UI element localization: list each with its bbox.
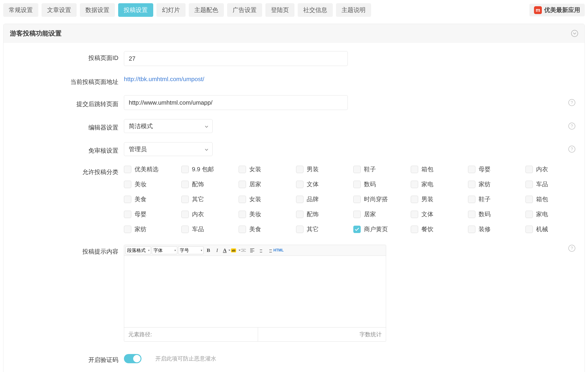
- category-checkbox[interactable]: 文体: [296, 180, 349, 188]
- category-checkbox[interactable]: 美食: [124, 195, 177, 203]
- align-right-button[interactable]: [266, 246, 274, 254]
- category-checkbox[interactable]: 9.9 包邮: [181, 165, 234, 173]
- category-checkbox[interactable]: 美妆: [239, 210, 292, 218]
- promo-button[interactable]: m优美最新应用: [529, 4, 585, 16]
- font-color-button[interactable]: A: [222, 246, 230, 254]
- tab-0[interactable]: 常规设置: [3, 3, 38, 17]
- tab-7[interactable]: 登陆页: [265, 3, 294, 17]
- editor-body[interactable]: [124, 256, 386, 327]
- italic-button[interactable]: I: [213, 246, 221, 254]
- category-checkbox[interactable]: 文体: [411, 210, 464, 218]
- no-review-select[interactable]: 管理员: [124, 142, 212, 156]
- category-checkbox[interactable]: 其它: [181, 195, 234, 203]
- redirect-url-input[interactable]: [124, 95, 348, 110]
- category-checkbox[interactable]: 车品: [181, 225, 234, 233]
- category-checkbox[interactable]: 鞋子: [468, 195, 521, 203]
- category-checkbox[interactable]: 美妆: [124, 180, 177, 188]
- category-checkbox[interactable]: 母婴: [468, 165, 521, 173]
- category-checkbox[interactable]: 家电: [411, 180, 464, 188]
- category-label: 女装: [249, 195, 261, 203]
- category-checkbox[interactable]: 商户黄页: [353, 225, 406, 233]
- checkbox-icon: [296, 226, 304, 233]
- editor-font-select[interactable]: 字体: [152, 246, 177, 254]
- checkbox-icon: [353, 211, 361, 218]
- category-checkbox[interactable]: 母婴: [124, 210, 177, 218]
- panel-title: 游客投稿功能设置: [10, 29, 62, 38]
- checkbox-icon: [124, 226, 131, 233]
- category-checkbox[interactable]: 配饰: [296, 210, 349, 218]
- category-label: 美妆: [135, 180, 147, 188]
- category-checkbox[interactable]: 家纺: [468, 180, 521, 188]
- help-icon[interactable]: ?: [568, 245, 575, 252]
- category-checkbox[interactable]: 时尚穿搭: [353, 195, 406, 203]
- category-label: 其它: [192, 195, 204, 203]
- row-no-review: 免审核设置 管理员 ?: [10, 142, 578, 156]
- panel-body: 投稿页面ID 当前投稿页面地址 http://tbk.umhtml.com/um…: [3, 43, 585, 372]
- checkbox-icon: [353, 166, 361, 173]
- category-checkbox[interactable]: 居家: [353, 210, 406, 218]
- category-checkbox[interactable]: 其它: [296, 225, 349, 233]
- editor-word-count[interactable]: 字数统计: [258, 328, 386, 341]
- category-label: 餐饮: [421, 225, 433, 233]
- label-page-id: 投稿页面ID: [10, 51, 118, 62]
- tab-3[interactable]: 投稿设置: [118, 3, 153, 17]
- tab-5[interactable]: 主题配色: [189, 3, 224, 17]
- category-checkbox[interactable]: 居家: [239, 180, 292, 188]
- category-checkbox[interactable]: 女装: [239, 195, 292, 203]
- editor-mode-select[interactable]: 简洁模式: [124, 119, 212, 133]
- category-checkbox[interactable]: 女装: [239, 165, 292, 173]
- link-button[interactable]: [240, 246, 247, 254]
- category-checkbox[interactable]: 餐饮: [411, 225, 464, 233]
- captcha-toggle[interactable]: [124, 354, 141, 363]
- category-checkbox[interactable]: 品牌: [296, 195, 349, 203]
- promo-label: 优美最新应用: [544, 6, 580, 14]
- checkbox-icon: [296, 196, 304, 203]
- category-checkbox[interactable]: 箱包: [525, 195, 578, 203]
- category-checkbox[interactable]: 家纺: [124, 225, 177, 233]
- highlight-button[interactable]: ab: [231, 246, 239, 254]
- category-checkbox[interactable]: 箱包: [411, 165, 464, 173]
- category-checkbox[interactable]: 内衣: [525, 165, 578, 173]
- editor-element-path: 元素路径:: [124, 328, 258, 341]
- editor-format-select[interactable]: 段落格式: [126, 246, 151, 254]
- tab-6[interactable]: 广告设置: [227, 3, 262, 17]
- category-label: 女装: [249, 165, 261, 173]
- tab-2[interactable]: 数据设置: [80, 3, 115, 17]
- category-checkbox[interactable]: 美食: [239, 225, 292, 233]
- category-label: 商户黄页: [364, 225, 388, 233]
- category-checkbox[interactable]: 数码: [353, 180, 406, 188]
- category-label: 母婴: [135, 210, 147, 218]
- category-checkbox[interactable]: 内衣: [181, 210, 234, 218]
- rich-text-editor: 段落格式▾ 字体▾ 字号▾ B I A ab HTML: [124, 245, 386, 342]
- help-icon[interactable]: ?: [568, 146, 575, 152]
- tab-8[interactable]: 社交信息: [298, 3, 333, 17]
- bold-button[interactable]: B: [204, 246, 212, 254]
- category-label: 9.9 包邮: [192, 165, 214, 173]
- category-checkbox[interactable]: 机械: [525, 225, 578, 233]
- page-id-input[interactable]: [124, 51, 348, 66]
- category-checkbox[interactable]: 男装: [296, 165, 349, 173]
- row-captcha: 开启验证码 开启此项可防止恶意灌水: [10, 353, 578, 364]
- category-label: 男装: [421, 195, 433, 203]
- category-checkbox[interactable]: 鞋子: [353, 165, 406, 173]
- category-checkbox[interactable]: 男装: [411, 195, 464, 203]
- category-checkbox[interactable]: 配饰: [181, 180, 234, 188]
- category-label: 美食: [135, 195, 147, 203]
- align-center-button[interactable]: [257, 246, 265, 254]
- editor-size-select[interactable]: 字号: [178, 246, 204, 254]
- category-checkbox[interactable]: 车品: [525, 180, 578, 188]
- html-source-button[interactable]: HTML: [275, 246, 283, 254]
- panel-header: 游客投稿功能设置: [3, 24, 585, 43]
- category-checkbox[interactable]: 家电: [525, 210, 578, 218]
- align-left-button[interactable]: [248, 246, 256, 254]
- help-icon[interactable]: ?: [568, 99, 575, 106]
- tab-9[interactable]: 主题说明: [336, 3, 371, 17]
- category-checkbox[interactable]: 优美精选: [124, 165, 177, 173]
- category-checkbox[interactable]: 装修: [468, 225, 521, 233]
- category-checkbox[interactable]: 数码: [468, 210, 521, 218]
- help-icon[interactable]: ?: [568, 123, 575, 130]
- tab-1[interactable]: 文章设置: [42, 3, 77, 17]
- tab-4[interactable]: 幻灯片: [157, 3, 186, 17]
- chevron-down-icon[interactable]: [571, 30, 578, 37]
- current-url-link[interactable]: http://tbk.umhtml.com/umpost/: [124, 75, 204, 83]
